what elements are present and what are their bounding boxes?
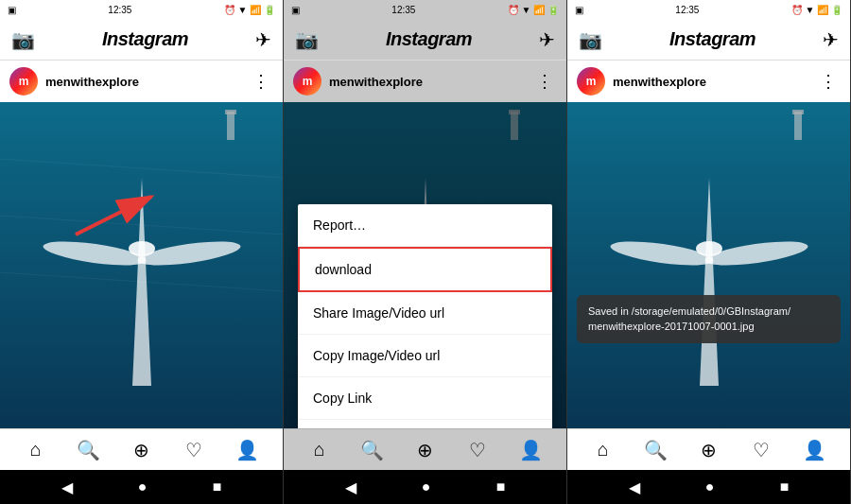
- recent-button-2[interactable]: ■: [496, 478, 506, 495]
- app-title-3: Instagram: [669, 28, 755, 50]
- more-button-1[interactable]: ⋮: [249, 71, 273, 92]
- svg-point-23: [696, 241, 722, 256]
- status-bar-3: ▣ 12:35 ⏰ ▼ 📶 🔋: [567, 0, 850, 19]
- ocean-svg-3: [567, 102, 850, 428]
- home-button-2[interactable]: ●: [422, 478, 431, 495]
- ocean-svg-1: [0, 102, 283, 428]
- add-nav-3[interactable]: ⊕: [695, 437, 721, 463]
- phone-panel-2: ▣ 12:35 ⏰ ▼ 📶 🔋 📷 Instagram ✈ m menwithe…: [284, 0, 567, 504]
- status-time-2: 12:35: [391, 5, 415, 15]
- camera-icon-3[interactable]: 📷: [579, 28, 602, 51]
- back-button-2[interactable]: ◀: [345, 478, 356, 496]
- top-nav-1: 📷 Instagram ✈: [0, 19, 283, 61]
- home-button-3[interactable]: ●: [705, 478, 715, 495]
- send-icon-3[interactable]: ✈: [823, 28, 839, 51]
- android-bar-2: ◀ ● ■: [284, 470, 566, 504]
- home-nav-1[interactable]: ⌂: [23, 437, 49, 463]
- avatar-3: m: [577, 67, 605, 96]
- username-3: menwithexplore: [613, 75, 808, 89]
- menu-item-copy-link[interactable]: Copy Link: [298, 377, 552, 420]
- status-time-3: 12:35: [675, 5, 699, 15]
- status-time-1: 12:35: [108, 5, 131, 15]
- android-bar-1: ◀ ● ■: [0, 470, 283, 504]
- top-nav-3: 📷 Instagram ✈: [567, 19, 850, 61]
- heart-nav-2[interactable]: ♡: [464, 437, 491, 463]
- android-bar-3: ◀ ● ■: [567, 470, 850, 504]
- svg-rect-25: [792, 110, 804, 114]
- svg-rect-24: [794, 112, 802, 140]
- search-nav-3[interactable]: 🔍: [643, 437, 669, 463]
- post-header-1: m menwithexplore ⋮: [0, 61, 283, 102]
- username-1: menwithexplore: [45, 75, 241, 89]
- recent-button-3[interactable]: ■: [780, 478, 790, 495]
- menu-item-copy-url[interactable]: Copy Image/Video url: [298, 335, 552, 377]
- avatar-2: m: [293, 67, 321, 96]
- post-image-2: Report… download Share Image/Video url C…: [284, 102, 566, 428]
- post-image-3: Saved in /storage/emulated/0/GBInstagram…: [567, 102, 850, 428]
- menu-item-download[interactable]: download: [298, 247, 552, 292]
- bottom-nav-1: ⌂ 🔍 ⊕ ♡ 👤: [0, 428, 283, 470]
- app-title-2: Instagram: [386, 28, 472, 50]
- bottom-nav-3: ⌂ 🔍 ⊕ ♡ 👤: [567, 428, 850, 470]
- post-image-1: [0, 102, 283, 428]
- status-bar-2: ▣ 12:35 ⏰ ▼ 📶 🔋: [284, 0, 566, 19]
- more-button-3[interactable]: ⋮: [816, 71, 841, 92]
- add-nav-1[interactable]: ⊕: [128, 437, 154, 463]
- post-header-3: m menwithexplore ⋮: [567, 61, 850, 102]
- search-nav-2[interactable]: 🔍: [359, 437, 386, 463]
- heart-nav-3[interactable]: ♡: [748, 437, 774, 463]
- svg-point-7: [129, 241, 155, 256]
- status-left-2: ▣: [291, 5, 300, 15]
- app-title-1: Instagram: [102, 28, 188, 50]
- more-button-2[interactable]: ⋮: [532, 71, 557, 92]
- menu-item-report[interactable]: Report…: [298, 204, 552, 247]
- home-button-1[interactable]: ●: [138, 478, 148, 495]
- send-icon-1[interactable]: ✈: [255, 28, 271, 51]
- status-left-3: ▣: [575, 5, 583, 15]
- menu-item-share-url[interactable]: Share Image/Video url: [298, 292, 552, 335]
- image-bg-1: [0, 102, 283, 428]
- phone-panel-3: ▣ 12:35 ⏰ ▼ 📶 🔋 📷 Instagram ✈ m menwithe…: [567, 0, 851, 504]
- add-nav-2[interactable]: ⊕: [411, 437, 438, 463]
- profile-nav-2[interactable]: 👤: [517, 437, 544, 463]
- phone-panel-1: ▣ 12:35 ⏰ ▼ 📶 🔋 📷 Instagram ✈ m menwithe…: [0, 0, 284, 504]
- bottom-nav-2: ⌂ 🔍 ⊕ ♡ 👤: [284, 428, 566, 470]
- toast-notification-3: Saved in /storage/emulated/0/GBInstagram…: [577, 295, 841, 343]
- username-2: menwithexplore: [329, 75, 525, 89]
- back-button-1[interactable]: ◀: [61, 478, 73, 496]
- svg-rect-9: [225, 110, 236, 114]
- search-nav-1[interactable]: 🔍: [76, 437, 102, 463]
- image-bg-3: [567, 102, 850, 428]
- status-icons-3: ⏰ ▼ 📶 🔋: [791, 5, 842, 15]
- avatar-1: m: [9, 67, 38, 96]
- camera-icon-1[interactable]: 📷: [11, 28, 35, 51]
- post-header-2: m menwithexplore ⋮: [284, 61, 566, 102]
- camera-icon-2[interactable]: 📷: [295, 28, 319, 51]
- top-nav-2: 📷 Instagram ✈: [284, 19, 566, 61]
- profile-nav-1[interactable]: 👤: [234, 437, 260, 463]
- status-icons-1: ⏰ ▼ 📶 🔋: [224, 5, 275, 15]
- home-nav-3[interactable]: ⌂: [590, 437, 617, 463]
- send-icon-2[interactable]: ✈: [539, 28, 555, 51]
- profile-nav-3[interactable]: 👤: [801, 437, 827, 463]
- back-button-3[interactable]: ◀: [629, 478, 640, 496]
- context-menu-2: Report… download Share Image/Video url C…: [298, 204, 552, 428]
- status-left-1: ▣: [8, 5, 16, 15]
- heart-nav-1[interactable]: ♡: [181, 437, 207, 463]
- svg-rect-8: [227, 112, 234, 140]
- home-nav-2[interactable]: ⌂: [306, 437, 333, 463]
- recent-button-1[interactable]: ■: [213, 478, 222, 495]
- status-bar-1: ▣ 12:35 ⏰ ▼ 📶 🔋: [0, 0, 283, 19]
- menu-item-notifications[interactable]: Turn On Post Notifications: [298, 420, 552, 428]
- status-icons-2: ⏰ ▼ 📶 🔋: [508, 5, 559, 15]
